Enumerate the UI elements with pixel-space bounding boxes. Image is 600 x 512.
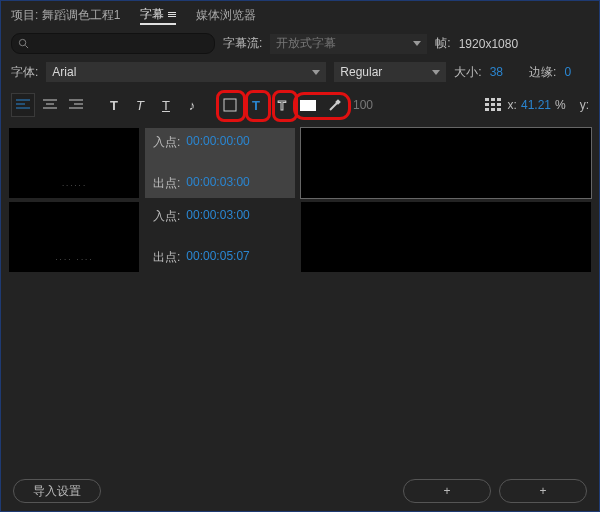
align-center-button[interactable] bbox=[39, 94, 61, 116]
bold-button[interactable]: T bbox=[103, 94, 125, 116]
svg-point-0 bbox=[19, 39, 25, 45]
out-value[interactable]: 00:00:03:00 bbox=[186, 175, 249, 192]
bg-box-button[interactable] bbox=[219, 94, 241, 116]
caption-thumbnail[interactable]: · · · · · · · · bbox=[9, 202, 139, 272]
svg-rect-20 bbox=[485, 108, 489, 111]
caption-list: · · · · · · 入点:00:00:00:00 出点:00:00:03:0… bbox=[1, 124, 599, 488]
panel-menu-icon[interactable] bbox=[168, 12, 176, 17]
caption-preview[interactable] bbox=[301, 128, 591, 198]
tab-project-prefix: 项目: bbox=[11, 8, 38, 22]
svg-rect-21 bbox=[491, 108, 495, 111]
font-row: 字体: Arial Regular 大小: 38 边缘: 0 bbox=[1, 58, 599, 86]
caption-thumbnail[interactable]: · · · · · · bbox=[9, 128, 139, 198]
add-caption-button-2[interactable]: + bbox=[499, 479, 587, 503]
out-label: 出点: bbox=[153, 175, 180, 192]
thumb-text: · · · · · · · · bbox=[56, 257, 92, 262]
stream-value: 开放式字幕 bbox=[276, 35, 336, 52]
size-label: 大小: bbox=[454, 64, 481, 81]
caption-meta: 入点:00:00:03:00 出点:00:00:05:07 bbox=[145, 202, 295, 272]
edge-value[interactable]: 0 bbox=[564, 65, 571, 79]
in-label: 入点: bbox=[153, 134, 180, 151]
toolbar: T T T ♪ T T 100 x: 41.21 % y: bbox=[1, 86, 599, 124]
tab-project-name: 舞蹈调色工程1 bbox=[42, 8, 121, 22]
search-row: 字幕流: 开放式字幕 帧: 1920x1080 bbox=[1, 29, 599, 58]
eyedropper-button[interactable] bbox=[323, 94, 345, 116]
thumb-text: · · · · · · bbox=[62, 183, 85, 188]
svg-line-12 bbox=[330, 103, 337, 110]
svg-rect-14 bbox=[485, 98, 489, 101]
chevron-down-icon bbox=[413, 41, 421, 46]
in-value[interactable]: 00:00:03:00 bbox=[186, 208, 249, 225]
bg-text-button[interactable]: T bbox=[245, 94, 267, 116]
in-value[interactable]: 00:00:00:00 bbox=[186, 134, 249, 151]
italic-button[interactable]: T bbox=[129, 94, 151, 116]
svg-line-1 bbox=[25, 45, 28, 48]
font-family-select[interactable]: Arial bbox=[46, 62, 326, 82]
tab-captions[interactable]: 字幕 bbox=[140, 6, 176, 25]
fill-color-button[interactable] bbox=[297, 94, 319, 116]
music-note-button[interactable]: ♪ bbox=[181, 94, 203, 116]
caption-row[interactable]: · · · · · · · · 入点:00:00:03:00 出点:00:00:… bbox=[9, 202, 591, 272]
search-field[interactable] bbox=[29, 37, 208, 51]
svg-rect-15 bbox=[491, 98, 495, 101]
import-settings-button[interactable]: 导入设置 bbox=[13, 479, 101, 503]
in-label: 入点: bbox=[153, 208, 180, 225]
svg-rect-17 bbox=[485, 103, 489, 106]
font-label: 字体: bbox=[11, 64, 38, 81]
x-value[interactable]: 41.21 bbox=[521, 98, 551, 112]
font-style-select[interactable]: Regular bbox=[334, 62, 446, 82]
svg-rect-22 bbox=[497, 108, 501, 111]
font-family-value: Arial bbox=[52, 65, 76, 79]
footer: 导入设置 + + bbox=[1, 471, 599, 511]
align-right-button[interactable] bbox=[65, 94, 87, 116]
svg-rect-16 bbox=[497, 98, 501, 101]
panel-tabs: 项目: 舞蹈调色工程1 字幕 媒体浏览器 bbox=[1, 1, 599, 29]
edge-label: 边缘: bbox=[529, 64, 556, 81]
stream-select[interactable]: 开放式字幕 bbox=[270, 34, 427, 54]
chevron-down-icon bbox=[312, 70, 320, 75]
position-grid-button[interactable] bbox=[482, 94, 504, 116]
pct-label: % bbox=[555, 98, 566, 112]
frame-value: 1920x1080 bbox=[459, 37, 518, 51]
svg-rect-11 bbox=[224, 99, 236, 111]
out-label: 出点: bbox=[153, 249, 180, 266]
font-style-value: Regular bbox=[340, 65, 382, 79]
opacity-value[interactable]: 100 bbox=[349, 98, 373, 112]
size-value[interactable]: 38 bbox=[490, 65, 503, 79]
frame-label: 帧: bbox=[435, 35, 450, 52]
tab-project[interactable]: 项目: 舞蹈调色工程1 bbox=[11, 7, 120, 24]
chevron-down-icon bbox=[432, 70, 440, 75]
y-label: y: bbox=[580, 98, 589, 112]
caption-meta: 入点:00:00:00:00 出点:00:00:03:00 bbox=[145, 128, 295, 198]
search-input[interactable] bbox=[11, 33, 215, 54]
svg-rect-19 bbox=[497, 103, 501, 106]
add-caption-button[interactable]: + bbox=[403, 479, 491, 503]
captions-panel: 项目: 舞蹈调色工程1 字幕 媒体浏览器 字幕流: 开放式字幕 帧: 1920x… bbox=[0, 0, 600, 512]
out-value[interactable]: 00:00:05:07 bbox=[186, 249, 249, 266]
tab-media-browser[interactable]: 媒体浏览器 bbox=[196, 7, 256, 24]
align-left-button[interactable] bbox=[11, 93, 35, 117]
svg-rect-18 bbox=[491, 103, 495, 106]
stream-label: 字幕流: bbox=[223, 35, 262, 52]
caption-row[interactable]: · · · · · · 入点:00:00:00:00 出点:00:00:03:0… bbox=[9, 128, 591, 198]
underline-button[interactable]: T bbox=[155, 94, 177, 116]
tab-captions-label: 字幕 bbox=[140, 6, 164, 23]
search-icon bbox=[18, 38, 29, 49]
outline-text-button[interactable]: T bbox=[271, 94, 293, 116]
caption-preview[interactable] bbox=[301, 202, 591, 272]
x-label: x: bbox=[508, 98, 517, 112]
